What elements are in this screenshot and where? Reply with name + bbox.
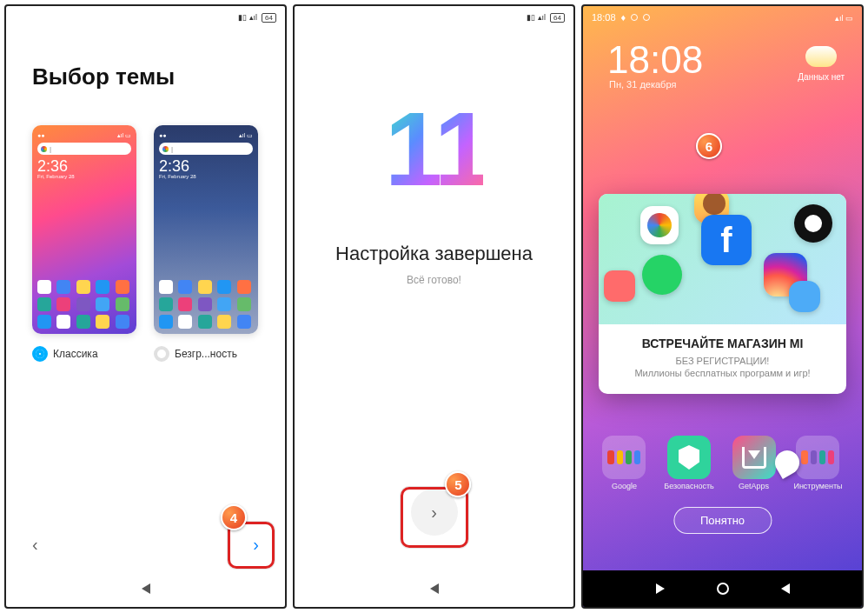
theme-preview-limitless: ●●▴ıl ▭ | 2:36 Fri, February 28 bbox=[154, 125, 258, 334]
back-button[interactable]: ‹ bbox=[32, 535, 38, 555]
theme-preview-classic: ●●▴ıl ▭ | 2:36 Fri, February 28 bbox=[32, 125, 136, 334]
nav-home-icon[interactable] bbox=[717, 583, 729, 595]
complete-subtitle: Всё готово! bbox=[407, 274, 461, 286]
android-navbar bbox=[6, 570, 285, 607]
battery-icon: 64 bbox=[262, 13, 276, 23]
popup-image: f bbox=[599, 194, 846, 324]
radio-classic[interactable] bbox=[32, 346, 48, 362]
signal-icon: ▴ıl ▭ bbox=[835, 14, 853, 23]
nav-recent-icon[interactable] bbox=[781, 583, 790, 594]
complete-title: Настройка завершена bbox=[335, 243, 533, 265]
status-icon bbox=[631, 14, 638, 21]
popup-line2: Миллионы бесплатных программ и игр! bbox=[609, 368, 836, 378]
weather-label: Данных нет bbox=[798, 72, 845, 82]
status-icon: ♦ bbox=[621, 12, 626, 23]
status-icon bbox=[643, 14, 650, 21]
status-bar: ▮▯ ▴ıl 64 bbox=[295, 6, 573, 29]
nav-back-icon[interactable] bbox=[656, 583, 665, 594]
battery-icon: 64 bbox=[550, 13, 565, 23]
got-it-button[interactable]: Понятно bbox=[673, 507, 772, 534]
screen-home-popup: 18:08 ♦ ▴ıl ▭ 18:08 Пн, 31 декабря Данны… bbox=[581, 4, 864, 609]
signal-icon: ▮▯ ▴ıl bbox=[527, 13, 546, 22]
status-bar: ▮▯ ▴ıl 64 bbox=[6, 6, 285, 29]
popup-line1: БЕЗ РЕГИСТРАЦИИ! bbox=[609, 356, 836, 366]
weather-widget[interactable]: Данных нет bbox=[798, 46, 845, 82]
popup-title: ВСТРЕЧАЙТЕ МАГАЗИН MI bbox=[609, 336, 836, 350]
weather-icon bbox=[805, 46, 837, 67]
miui-logo: 11 bbox=[385, 107, 483, 190]
theme-label-limitless: Безгр...ность bbox=[175, 348, 237, 360]
android-navbar bbox=[295, 570, 573, 607]
theme-option-classic[interactable]: ●●▴ıl ▭ | 2:36 Fri, February 28 Классика bbox=[32, 125, 136, 362]
theme-option-limitless[interactable]: ●●▴ıl ▭ | 2:36 Fri, February 28 Безгр...… bbox=[154, 125, 258, 362]
app-dock: Google Безопасность GetApps Инструменты bbox=[593, 436, 851, 490]
folder-google[interactable]: Google bbox=[602, 436, 646, 490]
callout-badge-4: 4 bbox=[221, 504, 247, 530]
status-time: 18:08 bbox=[592, 12, 616, 23]
app-getapps[interactable]: GetApps bbox=[732, 436, 776, 490]
nav-back-icon[interactable] bbox=[142, 583, 150, 594]
signal-icon: ▮▯ ▴ıl bbox=[238, 13, 257, 22]
theme-label-classic: Классика bbox=[53, 348, 98, 360]
screen-setup-complete: ▮▯ ▴ıl 64 11 Настройка завершена Всё гот… bbox=[293, 4, 575, 609]
mi-store-popup: f ВСТРЕЧАЙТЕ МАГАЗИН MI БЕЗ РЕГИСТРАЦИИ!… bbox=[599, 194, 846, 394]
app-security[interactable]: Безопасность bbox=[664, 436, 713, 490]
callout-badge-6: 6 bbox=[696, 133, 722, 159]
nav-back-icon[interactable] bbox=[430, 583, 439, 594]
radio-limitless[interactable] bbox=[154, 346, 169, 362]
folder-tools[interactable]: Инструменты bbox=[793, 436, 842, 490]
screen-theme-select: ▮▯ ▴ıl 64 Выбор темы ●●▴ıl ▭ | 2:36 Fri,… bbox=[4, 4, 287, 609]
status-bar: 18:08 ♦ ▴ıl ▭ bbox=[583, 6, 862, 29]
android-navbar bbox=[583, 570, 862, 607]
page-title: Выбор темы bbox=[32, 63, 259, 90]
